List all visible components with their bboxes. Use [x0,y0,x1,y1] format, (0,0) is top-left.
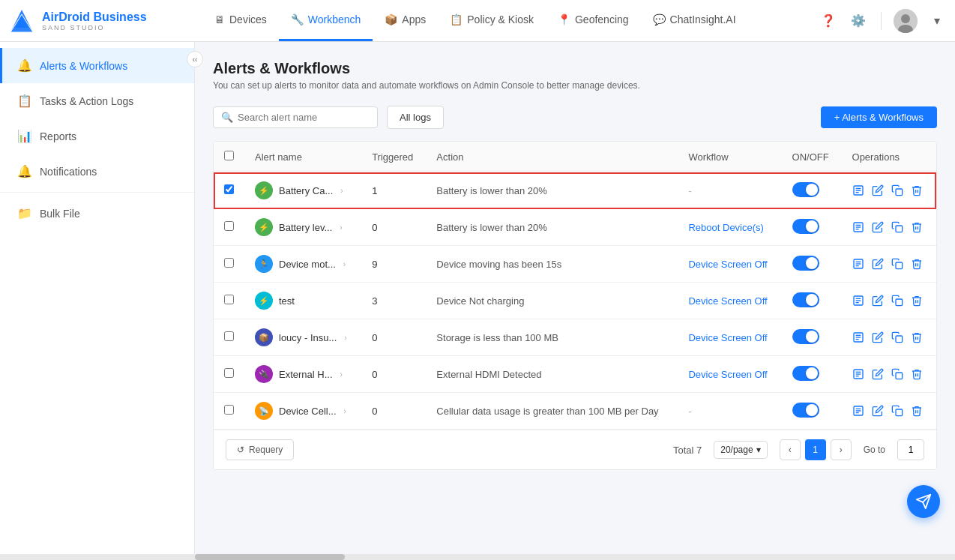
svg-rect-10 [896,189,903,196]
toggle-switch[interactable] [792,292,819,307]
sidebar-item-alerts-workflows[interactable]: 🔔 Alerts & Workflows [0,48,194,83]
delete-icon[interactable] [911,368,923,380]
delete-icon[interactable] [911,258,923,270]
toggle-cell[interactable] [782,172,842,209]
toggle-cell[interactable] [782,283,842,319]
page-title: Alerts & Workflows [213,60,937,77]
delete-icon[interactable] [911,331,923,343]
sidebar-item-tasks-action-logs[interactable]: 📋 Tasks & Action Logs [0,83,194,118]
prev-page-btn[interactable]: ‹ [780,439,801,460]
nav-item-policy-kiosk[interactable]: 📋 Policy & Kiosk [438,0,546,41]
view-log-icon[interactable] [852,258,864,270]
col-onoff: ON/OFF [782,142,842,172]
edit-icon[interactable] [872,184,884,196]
svg-rect-25 [896,299,903,306]
toggle-switch[interactable] [792,366,819,381]
view-log-icon[interactable] [852,368,864,380]
delete-icon[interactable] [911,184,923,196]
row-checkbox[interactable] [224,368,234,378]
add-alerts-workflows-button[interactable]: + Alerts & Workflows [821,106,937,128]
workflow-link[interactable]: Device Screen Off [688,369,767,380]
toggle-cell[interactable] [782,246,842,283]
nav-item-workbench[interactable]: 🔧 Workbench [279,0,373,41]
sidebar-item-bulk-file[interactable]: 📁 Bulk File [0,196,194,231]
toggle-switch[interactable] [792,403,819,418]
triggered-cell: 0 [361,319,426,356]
alert-name-text[interactable]: Battery Ca... [279,185,333,196]
copy-icon[interactable] [891,221,903,233]
alert-name-text[interactable]: test [279,295,295,307]
delete-icon[interactable] [911,295,923,307]
operations-cell [842,319,936,356]
select-all-checkbox[interactable] [224,151,234,160]
copy-icon[interactable] [891,184,903,196]
row-checkbox[interactable] [224,331,234,341]
copy-icon[interactable] [891,295,903,307]
action-cell: Device Not charging [426,283,678,319]
row-checkbox[interactable] [224,405,234,415]
nav-item-apps[interactable]: 📦 Apps [373,0,438,41]
delete-icon[interactable] [911,405,923,417]
delete-icon[interactable] [911,221,923,233]
edit-icon[interactable] [872,331,884,343]
row-checkbox[interactable] [224,258,234,268]
avatar[interactable] [894,9,918,33]
all-logs-button[interactable]: All logs [387,106,444,129]
user-menu-chevron[interactable]: ▾ [927,10,948,31]
row-checkbox[interactable] [224,295,234,304]
sidebar-item-reports[interactable]: 📊 Reports [0,118,194,154]
edit-icon[interactable] [872,295,884,307]
operations-cell [842,172,936,209]
alert-name-cell: 🔌 External H... › [244,356,361,393]
settings-icon-btn[interactable]: ⚙️ [848,10,869,31]
row-checkbox[interactable] [224,221,234,231]
sidebar-collapse-btn[interactable]: ‹‹ [187,51,203,67]
col-workflow: Workflow [678,142,781,172]
alert-name-text[interactable]: External H... [279,369,333,380]
workflow-link[interactable]: Reboot Device(s) [688,222,763,233]
toggle-switch[interactable] [792,182,819,197]
alert-name-text[interactable]: Device mot... [279,259,336,270]
alert-name-text[interactable]: Device Cell... [279,406,337,417]
edit-icon[interactable] [872,258,884,270]
copy-icon[interactable] [891,368,903,380]
page-size-select[interactable]: 20/page ▾ [714,441,767,459]
toggle-switch[interactable] [792,329,819,344]
alert-name-text[interactable]: Battery lev... [279,222,332,233]
view-log-icon[interactable] [852,405,864,417]
toggle-cell[interactable] [782,356,842,393]
search-input[interactable] [238,112,370,123]
next-page-btn[interactable]: › [831,439,852,460]
toolbar: 🔍 All logs + Alerts & Workflows [213,106,937,129]
nav-item-chatinsight[interactable]: 💬 ChatInsight.AI [641,0,748,41]
toggle-switch[interactable] [792,219,819,234]
toggle-cell[interactable] [782,209,842,246]
toggle-cell[interactable] [782,319,842,356]
row-checkbox[interactable] [224,184,234,194]
requery-button[interactable]: ↺ Requery [226,439,294,460]
nav-right: ❓ ⚙️ ▾ [818,9,948,33]
fab-button[interactable] [907,485,940,518]
current-page[interactable]: 1 [805,439,826,460]
sidebar-item-notifications[interactable]: 🔔 Notifications [0,154,194,189]
view-log-icon[interactable] [852,295,864,307]
copy-icon[interactable] [891,405,903,417]
help-icon-btn[interactable]: ❓ [818,10,839,31]
alert-name-text[interactable]: loucy - Insu... [279,332,337,343]
edit-icon[interactable] [872,405,884,417]
view-log-icon[interactable] [852,221,864,233]
goto-input[interactable] [897,439,924,460]
copy-icon[interactable] [891,331,903,343]
workflow-link[interactable]: Device Screen Off [688,259,767,270]
workflow-link[interactable]: Device Screen Off [688,332,767,343]
workflow-link[interactable]: Device Screen Off [688,295,767,307]
copy-icon[interactable] [891,258,903,270]
edit-icon[interactable] [872,368,884,380]
toggle-switch[interactable] [792,256,819,271]
view-log-icon[interactable] [852,184,864,196]
nav-item-devices[interactable]: 🖥 Devices [202,0,279,41]
view-log-icon[interactable] [852,331,864,343]
edit-icon[interactable] [872,221,884,233]
toggle-cell[interactable] [782,393,842,430]
nav-item-geofencing[interactable]: 📍 Geofencing [546,0,641,41]
